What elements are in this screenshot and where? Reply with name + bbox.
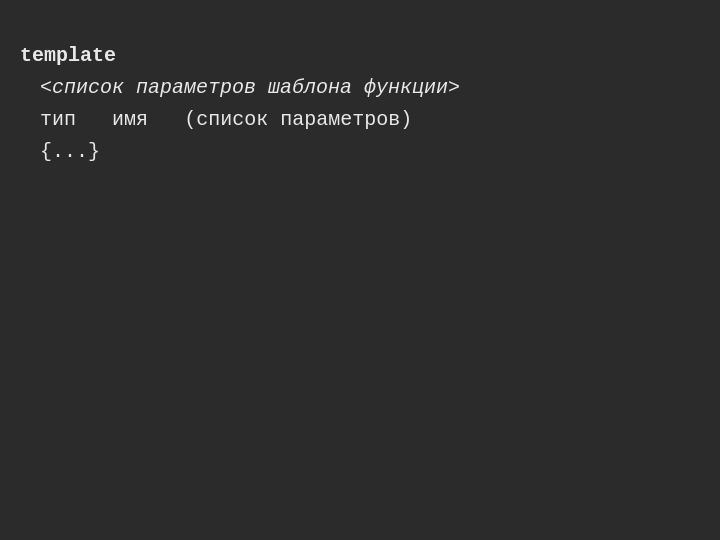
code-display: template <список параметров шаблона функ…	[0, 0, 480, 188]
name-keyword: имя	[112, 108, 148, 131]
type-keyword: тип	[40, 108, 76, 131]
spacer1	[88, 108, 100, 131]
template-params-line: <список параметров шаблона функции>	[20, 72, 460, 104]
body-line: {...}	[20, 136, 460, 168]
function-signature-line: тип имя (список параметров)	[20, 104, 460, 136]
params-list: (список параметров)	[184, 108, 412, 131]
keyword-line: template	[20, 40, 460, 72]
spacer2	[160, 108, 172, 131]
